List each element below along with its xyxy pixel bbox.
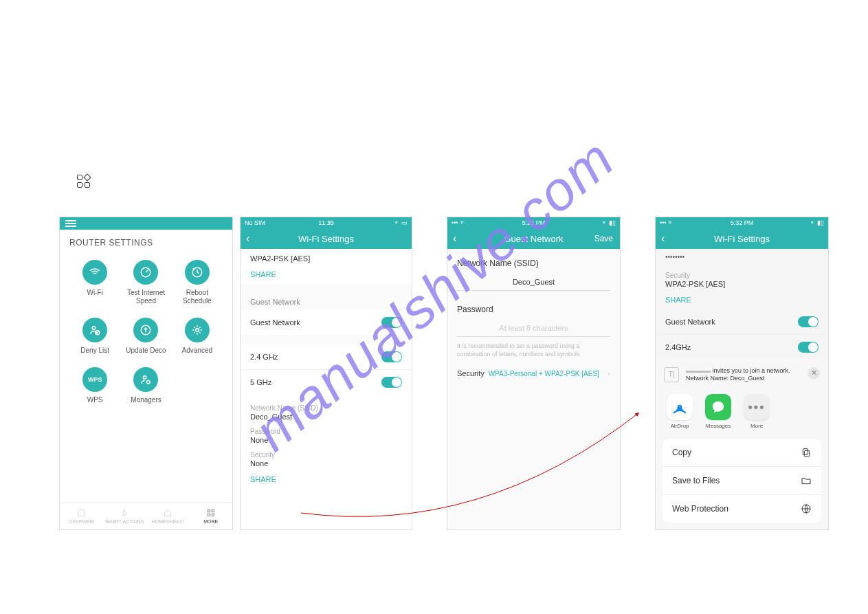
back-button[interactable]: ‹ (246, 232, 249, 245)
guest-section-label: Guest Network (241, 284, 412, 310)
security-value: WPA3-Personal + WPA2-PSK [AES] (489, 370, 599, 377)
reboot-schedule-tile[interactable]: Reboot Schedule (172, 260, 223, 305)
wifi-tile[interactable]: Wi-Fi (69, 260, 120, 305)
band-5-row[interactable]: 5 GHz (241, 369, 412, 395)
denylist-tile[interactable]: Deny List (69, 318, 120, 355)
status-time: 11:13 (318, 219, 334, 226)
messages-button[interactable]: Messages (705, 394, 731, 429)
back-button[interactable]: ‹ (453, 232, 456, 245)
messages-icon (705, 394, 731, 420)
screen-share-sheet: ••• ᯤ5:32 PM⚬ ▮▯ ‹ Wi-Fi Settings ••••••… (655, 217, 829, 530)
text-thumb-icon: T| (664, 367, 679, 382)
more-button[interactable]: ••• More (744, 394, 770, 429)
screen-router-settings: ROUTER SETTINGS Wi-Fi Test Internet Spee… (59, 217, 233, 530)
header-title: Guest Network (504, 234, 564, 244)
share-button[interactable]: SHARE (656, 290, 828, 309)
password-input[interactable]: At least 8 characters (457, 321, 610, 337)
header-title: Wi-Fi Settings (298, 234, 354, 244)
screen-guest-network: ••• ᯤ5:25 PM⚬ ▮▯ ‹ Guest Network Save Ne… (447, 217, 621, 530)
status-time: 5:32 PM (731, 219, 754, 226)
share-button[interactable]: SHARE (241, 265, 412, 284)
svg-rect-14 (804, 450, 809, 457)
ssid-input[interactable]: Deco_Guest (457, 275, 610, 291)
advanced-tile[interactable]: Advanced (172, 318, 223, 355)
toggle-icon[interactable] (798, 342, 819, 353)
header: ‹ Guest Network Save (447, 228, 620, 249)
menu-button[interactable] (60, 217, 232, 230)
toggle-icon[interactable] (798, 316, 819, 327)
close-button[interactable]: ✕ (808, 367, 820, 380)
wps-icon: WPS (82, 367, 107, 392)
security-value-2: None (250, 459, 402, 468)
gear-icon (185, 318, 210, 342)
svg-rect-10 (212, 509, 214, 512)
svg-rect-15 (803, 449, 808, 455)
globe-icon (801, 503, 812, 514)
tab-smart-actions[interactable]: SMART ACTIONS (103, 503, 146, 529)
airdrop-icon (667, 394, 693, 420)
toggle-icon[interactable] (381, 351, 402, 362)
clock-icon (185, 260, 210, 285)
back-button[interactable]: ‹ (661, 232, 665, 245)
speedtest-tile[interactable]: Test Internet Speed (120, 260, 171, 305)
share-button-2[interactable]: SHARE (241, 470, 412, 489)
share-sheet: T| ▬▬▬▬ invites you to join a network. N… (656, 359, 828, 529)
password-value: None (250, 436, 402, 444)
svg-rect-11 (208, 514, 210, 516)
update-tile[interactable]: Update Deco (120, 318, 171, 355)
svg-rect-9 (208, 509, 210, 512)
svg-point-6 (144, 376, 147, 380)
toggle-icon[interactable] (381, 377, 402, 388)
bottom-nav: OVERVIEW SMART ACTIONS HOMESHIELD MORE (60, 502, 232, 529)
save-files-action[interactable]: Save to Files (663, 467, 821, 495)
more-icon: ••• (744, 394, 770, 420)
upload-icon (133, 318, 158, 342)
svg-rect-8 (78, 509, 85, 516)
status-battery-icon: ⚬ ▮▯ (601, 219, 616, 226)
svg-rect-12 (212, 514, 214, 516)
web-protection-action[interactable]: Web Protection (663, 495, 821, 523)
status-battery-icon: ⚬ ▮▯ (810, 219, 824, 226)
copy-action[interactable]: Copy (663, 439, 821, 467)
svg-point-7 (147, 381, 151, 384)
tab-overview[interactable]: OVERVIEW (60, 503, 103, 529)
copy-icon (801, 447, 812, 458)
password-help: It is recommended to set a password usin… (447, 341, 620, 360)
status-battery-icon: ⚬ ▭ (394, 219, 408, 226)
gauge-icon (133, 260, 158, 285)
header: ‹ Wi-Fi Settings (241, 228, 412, 249)
guest-network-row[interactable]: Guest Network (656, 309, 828, 334)
user-gear-icon (133, 367, 158, 392)
page-title: ROUTER SETTINGS (60, 230, 232, 256)
band-24-row[interactable]: 2.4 GHz (241, 344, 412, 369)
security-value: WPA2-PSK [AES] (250, 254, 402, 263)
folder-icon (801, 475, 812, 486)
guest-network-toggle-row[interactable]: Guest Network (241, 310, 412, 335)
save-button[interactable]: Save (594, 234, 613, 243)
status-time: 5:25 PM (522, 219, 546, 226)
header-title: Wi-Fi Settings (714, 234, 770, 244)
header: ‹ Wi-Fi Settings (656, 228, 828, 249)
password-label: Password (447, 295, 620, 317)
toggle-icon[interactable] (381, 317, 402, 328)
managers-tile[interactable]: Managers (120, 367, 171, 404)
security-value: WPA2-PSK [AES] (665, 280, 819, 288)
tab-more[interactable]: MORE (189, 503, 232, 529)
ssid-value: Deco_Guest (250, 413, 402, 421)
svg-point-5 (196, 329, 199, 332)
share-message: ▬▬▬▬ invites you to join a network. Netw… (686, 367, 790, 383)
screen-wifi-settings: No SIM ᯤ11:13⚬ ▭ ‹ Wi-Fi Settings WPA2-P… (240, 217, 412, 530)
wps-tile[interactable]: WPS WPS (69, 367, 120, 404)
password-dots: •••••••• (656, 249, 828, 265)
ssid-label: Network Name (SSID) (447, 249, 620, 271)
svg-point-2 (92, 327, 96, 330)
chevron-right-icon: › (608, 369, 610, 377)
airdrop-button[interactable]: AirDrop (667, 394, 693, 429)
security-row[interactable]: Security WPA3-Personal + WPA2-PSK [AES] … (447, 360, 620, 387)
status-carrier: No SIM (245, 219, 265, 226)
band-24-row[interactable]: 2.4GHz (656, 334, 828, 360)
user-block-icon (82, 318, 107, 342)
tab-homeshield[interactable]: HOMESHIELD (146, 503, 190, 529)
wifi-icon (82, 260, 107, 285)
